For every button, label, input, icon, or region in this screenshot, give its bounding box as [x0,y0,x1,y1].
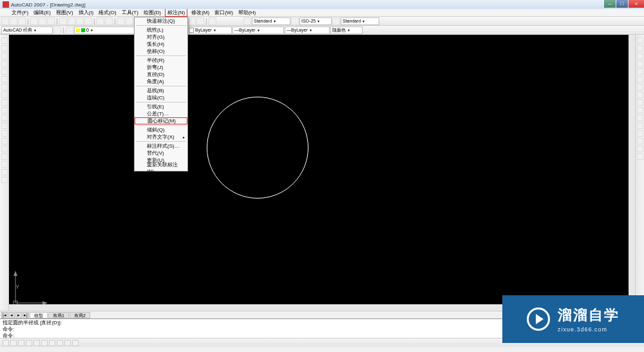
text-style-dropdown[interactable]: Standard▾ [252,17,290,25]
circle-icon[interactable] [1,84,8,90]
break-icon[interactable] [637,122,643,129]
table-style-dropdown[interactable]: Standard▾ [341,17,379,25]
fillet-icon[interactable] [637,146,643,152]
tab-first-icon[interactable]: |◂ [1,312,8,318]
menu-edit[interactable]: 编辑(E) [32,9,52,16]
lineweight-dropdown[interactable]: — ByLayer▾ [285,26,330,34]
menu-tools[interactable]: 工具(T) [120,9,140,16]
preview-icon[interactable] [39,17,46,25]
paste-icon[interactable] [76,17,84,25]
lwt-toggle[interactable] [64,340,71,346]
ducs-toggle[interactable] [49,340,55,346]
dim-style-icon[interactable] [291,17,299,25]
dim-style-dropdown[interactable]: ISO-25▾ [299,17,332,25]
ws-settings-icon[interactable] [53,26,61,34]
drawing-circle[interactable] [207,97,308,199]
menu-item[interactable]: 基线(B) [135,87,187,94]
redo-icon[interactable] [105,17,113,25]
menu-item[interactable]: 直径(D) [135,71,187,78]
publish-icon[interactable] [47,17,55,25]
tab-prev-icon[interactable]: ◂ [8,312,15,318]
zoom-icon[interactable] [126,17,133,25]
tab-layout1[interactable]: 布局1 [48,312,69,318]
block-icon[interactable] [1,130,8,137]
plotstyle-dropdown[interactable]: 随颜色▾ [330,26,363,34]
pan-icon[interactable] [117,17,125,25]
rect-icon[interactable] [1,68,8,75]
chamfer-icon[interactable] [637,138,643,144]
menu-modify[interactable]: 修改(M) [190,9,211,16]
dyn-toggle[interactable] [57,340,63,346]
mirror-icon[interactable] [637,53,643,59]
menu-item[interactable]: 倾斜(Q) [135,126,187,133]
copy-obj-icon[interactable] [637,45,643,52]
point-icon[interactable] [1,138,8,144]
menu-dimension[interactable]: 标注(N) [165,8,187,17]
menu-item[interactable]: 折弯(J) [135,64,187,71]
copy-icon[interactable] [68,17,75,25]
table-icon[interactable] [1,169,8,175]
model-toggle[interactable] [72,340,79,346]
undo-icon[interactable] [97,17,104,25]
snap-toggle[interactable] [3,340,9,346]
erase-icon[interactable] [637,37,643,44]
offset-icon[interactable] [637,61,643,67]
linetype-dropdown[interactable]: — ByLayer▾ [232,26,284,34]
help-icon[interactable] [209,17,216,25]
pline-icon[interactable] [1,53,8,59]
menu-item[interactable]: 连续(C) [135,94,187,101]
grid-toggle[interactable] [10,340,17,346]
menu-item[interactable]: 标注样式(S)… [135,142,187,150]
minimize-button[interactable]: – [604,0,616,8]
menu-item[interactable]: 角度(A) [135,78,187,85]
otrack-toggle[interactable] [41,340,48,346]
spline-icon[interactable] [1,99,8,106]
menu-item[interactable]: 坐标(O) [135,48,187,55]
extend-icon[interactable] [637,115,643,121]
menu-item[interactable]: 半径(R) [135,57,187,64]
menu-item[interactable]: 引线(E) [135,103,187,110]
revcloud-icon[interactable] [1,92,8,98]
array-icon[interactable] [637,68,643,75]
cut-icon[interactable] [59,17,67,25]
menu-item[interactable]: 替代(V) [135,150,187,157]
color-dropdown[interactable]: ByLayer▾ [187,26,232,34]
insert-icon[interactable] [1,122,8,129]
text-style-icon[interactable] [243,17,251,25]
close-button[interactable]: × [629,0,644,8]
workspace-dropdown[interactable]: AutoCAD 经典▾ [1,26,53,34]
menu-file[interactable]: 文件(F) [10,9,30,16]
menu-format[interactable]: 格式(O) [97,9,118,16]
menu-insert[interactable]: 插入(I) [77,9,95,16]
drawing-canvas[interactable]: Y X [9,35,635,311]
polar-toggle[interactable] [26,340,32,346]
ortho-toggle[interactable] [18,340,24,346]
save-icon[interactable] [18,17,26,25]
trim-icon[interactable] [637,107,643,113]
table-style-icon[interactable] [332,17,340,25]
menu-item[interactable]: 对齐(G) [135,34,187,41]
region-icon[interactable] [1,161,8,168]
explode-icon[interactable] [637,153,643,160]
menu-item[interactable]: 弧长(H) [135,41,187,48]
tab-next-icon[interactable]: ▸ [15,312,22,318]
menu-item[interactable]: 线性(L) [135,26,187,34]
ellipse-icon[interactable] [1,107,8,113]
new-icon[interactable] [1,17,9,25]
menu-item[interactable]: 重新关联标注(N) [135,164,187,171]
line-icon[interactable] [1,37,8,44]
menu-draw[interactable]: 绘图(D) [142,9,162,16]
tab-model[interactable]: 模型 [30,312,48,318]
menu-item[interactable]: 圆心标记(M) [135,117,187,124]
arc-icon[interactable] [1,76,8,83]
tab-layout2[interactable]: 布局2 [70,312,90,318]
maximize-button[interactable]: □ [616,0,628,8]
xline-icon[interactable] [1,45,8,52]
rotate-icon[interactable] [637,84,643,90]
match-icon[interactable] [84,17,92,25]
tab-last-icon[interactable]: ▸| [23,312,29,318]
menu-item[interactable]: 快速标注(Q) [135,17,187,24]
hatch-icon[interactable] [1,146,8,152]
stretch-icon[interactable] [637,99,643,106]
mtext-icon[interactable] [1,177,8,183]
